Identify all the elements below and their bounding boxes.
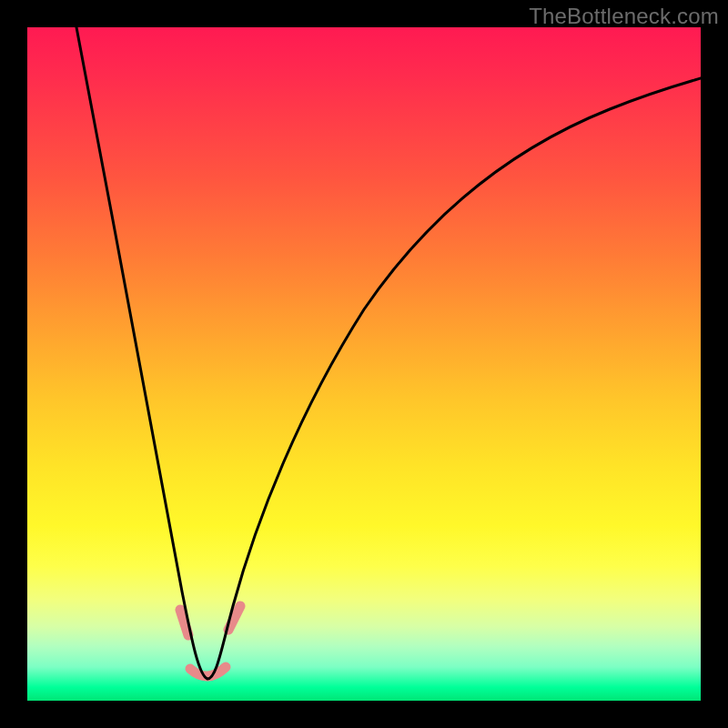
watermark-text: TheBottleneck.com <box>529 4 719 29</box>
marker-valley <box>190 667 226 676</box>
curve-svg <box>27 27 701 701</box>
bottleneck-curve-path <box>76 27 701 679</box>
plot-area <box>27 27 701 701</box>
chart-frame: TheBottleneck.com <box>0 0 728 728</box>
